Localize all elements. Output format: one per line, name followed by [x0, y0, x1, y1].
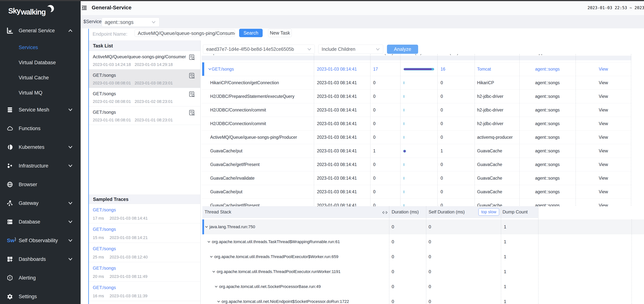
span-view-link[interactable]: View: [576, 199, 631, 206]
trace-link[interactable]: GET:/songs: [93, 227, 116, 232]
sampled-trace-item[interactable]: GET:/songs 16 ms2023-01-03 08:11:39: [89, 282, 200, 301]
span-row[interactable]: H2/JDBC/Connection/commit 2023-01-03 08:…: [202, 117, 631, 130]
thread-stack-row[interactable]: org.apache.tomcat.util.threads.TaskThrea…: [202, 234, 644, 249]
span-view-link[interactable]: View: [576, 117, 631, 130]
span-row[interactable]: GuavaCache/put 2023-01-03 08:14:41 1 1 G…: [202, 144, 631, 158]
sidebar-item[interactable]: Sw) Infrastructure: [0, 156, 81, 175]
sidebar-item[interactable]: Sw) Dashboards: [0, 250, 81, 268]
search-button[interactable]: Search: [239, 29, 263, 37]
span-header-application: Application: [536, 54, 558, 55]
sidebar-item[interactable]: Sw) Self Observability: [0, 231, 81, 250]
view-task-detail-icon[interactable]: [189, 72, 195, 79]
span-row[interactable]: GuavaCache/put 2023-01-03 08:14:41 0 0 G…: [202, 185, 631, 199]
trace-duration: 17 ms: [93, 216, 106, 221]
endpoint-name-input[interactable]: ActiveMQ/Queue/queue-songs-ping/Consumer: [134, 29, 235, 37]
sidebar-item-icon: Sw): [7, 182, 13, 188]
view-task-detail-icon[interactable]: [189, 54, 195, 60]
span-view-link[interactable]: View: [576, 185, 631, 198]
sidebar-item[interactable]: Sw) Browser: [0, 175, 81, 194]
view-task-detail-icon[interactable]: [189, 110, 195, 116]
analyze-controls: eaed37e7-1d4e-4f50-be8d-14e52ce6505b Inc…: [202, 45, 644, 55]
chevron-icon: [68, 107, 73, 112]
span-row[interactable]: GuavaCache/getIfPresent 2023-01-03 08:14…: [202, 199, 631, 206]
service-select[interactable]: agent::songs: [102, 18, 160, 27]
span-row[interactable]: GuavaCache/getIfPresent 2023-01-03 08:14…: [202, 158, 631, 172]
menu-fold-icon[interactable]: [82, 5, 87, 10]
span-view-link[interactable]: View: [576, 103, 631, 117]
sidebar-item[interactable]: Sw) Virtual Cache: [0, 70, 81, 85]
task-list-item[interactable]: GET:/songs 2023-01-03 08:08:012023-01-03…: [89, 70, 200, 88]
top-slow-button[interactable]: top slow: [478, 208, 499, 216]
span-row[interactable]: ActiveMQ/Queue/queue-songs-ping/Producer…: [202, 130, 631, 144]
span-view-link[interactable]: View: [576, 172, 631, 185]
span-exec-bar: [400, 76, 437, 90]
sampled-trace-item[interactable]: GET:/songs 25 ms2023-01-03 08:12:40: [89, 243, 200, 262]
sampled-trace-item[interactable]: GET:/songs 20 ms2023-01-03 08:11:49: [89, 262, 200, 282]
span-view-link[interactable]: View: [576, 62, 631, 76]
thread-stack-row[interactable]: org.apache.tomcat.util.threads.ThreadPoo…: [202, 264, 644, 279]
task-start-time: 2023-01-02 08:08:01: [93, 99, 131, 104]
sampled-traces-section: Sampled Traces GET:/songs 17 ms2023-01-0…: [89, 194, 200, 301]
thread-duration: 0: [392, 249, 394, 264]
sidebar-item[interactable]: Sw) Service Mesh: [0, 100, 81, 119]
arrows-horizontal-icon[interactable]: [382, 210, 388, 215]
chevron-down-icon[interactable]: [212, 270, 216, 274]
span-row[interactable]: HikariCP/Connection/getConnection 2023-0…: [202, 76, 631, 90]
sidebar-item-icon: Sw): [7, 28, 13, 34]
thread-stack-row[interactable]: org.apache.tomcat.util.net.NioEndpoint$S…: [202, 294, 644, 304]
chevron-down-icon[interactable]: [207, 240, 211, 244]
chevron-down-icon[interactable]: [214, 285, 218, 288]
span-row[interactable]: GET:/songs 2023-01-03 08:14:41 17 16 Tom…: [202, 62, 631, 76]
task-list-item[interactable]: GET:/songs 2023-01-01 08:08:012023-01-01…: [89, 106, 200, 125]
thread-stack-row[interactable]: java.lang.Thread.run:750 0 0 1: [202, 220, 644, 234]
sampled-trace-item[interactable]: GET:/songs 15 ms2023-01-03 08:14:21: [89, 223, 200, 243]
sidebar-item[interactable]: Sw) Gateway: [0, 194, 81, 212]
sidebar-item[interactable]: Sw) Virtual Database: [0, 55, 81, 70]
task-end-time: 2023-01-02 08:23:01: [134, 99, 173, 104]
span-view-link[interactable]: View: [576, 144, 631, 158]
span-view-link[interactable]: View: [576, 76, 631, 90]
trace-link[interactable]: GET:/songs: [93, 285, 116, 290]
sidebar-item[interactable]: Sw) Kubernetes: [0, 138, 81, 156]
span-row[interactable]: H2/JDBC/Connection/commit 2023-01-03 08:…: [202, 103, 631, 117]
service-label: $Service: [84, 19, 102, 24]
view-task-detail-icon[interactable]: [189, 91, 195, 97]
analyze-button[interactable]: Analyze: [387, 45, 418, 54]
sidebar-item[interactable]: Sw) General Service: [0, 21, 81, 40]
trace-link[interactable]: GET:/songs: [93, 207, 116, 212]
sidebar-item[interactable]: Sw) Services: [0, 40, 81, 55]
span-view-link[interactable]: View: [576, 158, 631, 171]
thread-stack-row[interactable]: org.apache.tomcat.util.threads.ThreadPoo…: [202, 249, 644, 264]
task-list-item[interactable]: GET:/songs 2023-01-02 08:08:012023-01-02…: [89, 88, 200, 106]
trace-id-value: eaed37e7-1d4e-4f50-be8d-14e52ce6505b: [206, 46, 294, 52]
span-row[interactable]: GuavaCache/invalidate 2023-01-03 08:14:4…: [202, 172, 631, 185]
span-exec-bar: [400, 90, 437, 103]
column-separator: [426, 206, 426, 304]
trace-link[interactable]: GET:/songs: [93, 266, 116, 271]
sidebar-item[interactable]: Sw) Database: [0, 212, 81, 231]
skywalking-logo[interactable]: Skywalking: [8, 7, 54, 19]
span-start-time: 2023-01-03 08:14:41: [317, 103, 370, 117]
task-end-time: 2023-01-03 08:23:01: [134, 81, 173, 85]
new-task-button[interactable]: New Task: [268, 29, 292, 37]
trace-link[interactable]: GET:/songs: [93, 246, 116, 251]
sidebar-item[interactable]: Sw) Virtual MQ: [0, 85, 81, 100]
analyze-mode-select[interactable]: Include Children: [318, 45, 383, 54]
sidebar-item[interactable]: Sw) Alerting: [0, 268, 81, 287]
span-row[interactable]: H2/JDBC/PreparedStatement/executeQuery 2…: [202, 90, 631, 103]
span-component: h2-jdbc-driver: [477, 90, 519, 103]
chevron-down-icon[interactable]: [208, 67, 212, 71]
thread-stack-row[interactable]: org.apache.tomcat.util.net.SocketProcess…: [202, 279, 644, 294]
task-list-item[interactable]: ActiveMQ/Queue/queue-songs-ping/Consumer…: [89, 51, 200, 70]
sampled-trace-item[interactable]: GET:/songs 17 ms2023-01-03 08:14:41: [89, 204, 200, 223]
sidebar-item[interactable]: Sw) Settings: [0, 287, 81, 304]
span-service: agent::songs: [519, 172, 576, 185]
chevron-down-icon[interactable]: [217, 300, 220, 304]
sidebar-item[interactable]: Sw) Functions: [0, 119, 81, 138]
chevron-down-icon[interactable]: [210, 255, 213, 258]
trace-id-select[interactable]: eaed37e7-1d4e-4f50-be8d-14e52ce6505b: [203, 45, 315, 54]
time-range[interactable]: 2023-01-03 22:53 ~ 2023: [588, 6, 644, 10]
span-view-link[interactable]: View: [576, 90, 631, 103]
span-view-link[interactable]: View: [576, 130, 631, 144]
chevron-down-icon[interactable]: [204, 225, 208, 229]
